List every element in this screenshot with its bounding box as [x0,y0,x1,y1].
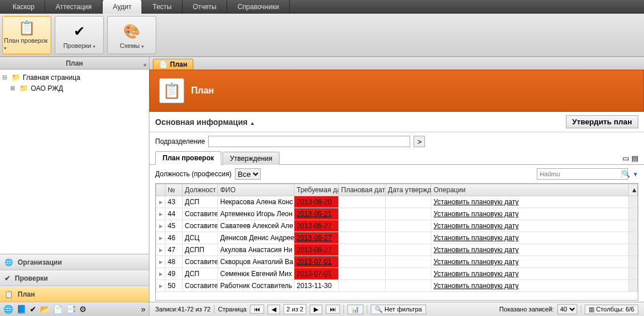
page-last-button[interactable]: ⏭ [326,305,340,314]
menu-item[interactable]: Каскор [2,0,45,14]
cell-operations: Установить плановую дату [431,208,629,220]
column-header[interactable]: ФИО [218,184,294,196]
toolbar-icon[interactable]: 📄 [53,305,63,314]
set-date-link[interactable]: Установить плановую дату [434,222,519,230]
tree-node[interactable]: ⊞ 📁 ОАО РЖД [2,83,147,94]
column-header[interactable]: Операции [431,184,629,196]
set-date-link[interactable]: Установить плановую дату [434,258,519,266]
row-expand-icon[interactable]: ▸ [156,196,165,208]
overflow-icon[interactable]: » [141,305,145,314]
cell-approve-date [386,232,431,244]
tree-expand-icon[interactable]: ⊟ [2,74,9,80]
row-expand-icon[interactable]: ▸ [156,256,165,268]
page-header: 📋 План [149,70,644,112]
table-row: ▸ 49 ДСП Семенюк Евгений Мих 2013-07-01 … [156,268,638,280]
search-input[interactable] [537,171,621,177]
toolbar-icon[interactable]: ⚙ [79,305,87,314]
column-header[interactable]: Дата утвержд [386,184,431,196]
scrollbar-track[interactable] [629,220,638,232]
collapse-up-icon: ▲ [250,120,255,126]
cell-approve-date [386,220,431,232]
page-prev-button[interactable]: ◀ [268,305,280,314]
sidebar-title: План « [0,57,149,70]
filter-dropdown-icon[interactable]: ▼ [633,171,638,177]
ribbon-button[interactable]: 📋 План проверок ▾ [2,16,51,54]
subtab-tools: ▭ ▤ [622,154,638,164]
scrollbar-track[interactable] [629,280,638,292]
columns-button[interactable]: ▥ Столбцы: 6/6 [585,305,638,314]
menu-item[interactable]: Аттестация [45,0,102,14]
panel-label: Проверки [15,274,48,282]
set-date-link[interactable]: Установить плановую дату [434,198,519,206]
subtabs: План проверокУтверждения ▭ ▤ [149,151,644,165]
approve-plan-button[interactable]: Утвердить план [566,115,638,128]
minimize-icon[interactable]: ▭ [622,154,629,163]
table-row: ▸ 48 Составите Скворцов Анатолий Ва 2013… [156,256,638,268]
row-expand-icon[interactable]: ▸ [156,232,165,244]
row-expand-icon[interactable]: ▸ [156,220,165,232]
tree-expand-icon[interactable]: ⊞ [10,85,17,91]
column-header[interactable]: Плановая дата [339,184,386,196]
subdivision-input[interactable] [208,136,410,147]
menu-item[interactable]: Тесты [142,0,182,14]
menu-item[interactable]: Справочники [227,0,290,14]
position-select[interactable]: Все [235,168,261,180]
sidebar-collapse-icon[interactable]: « [143,59,147,71]
menu-item[interactable]: Отчеты [183,0,227,14]
toolbar-icon[interactable]: ✔ [30,305,37,314]
cell-fio: Саватеев Алексей Але [218,220,294,232]
row-expand-icon[interactable]: ▸ [156,208,165,220]
section-title[interactable]: Основная информация ▲ [155,118,255,127]
cell-fio: Акулова Анастасия Ни [218,244,294,256]
cell-fio: Семенюк Евгений Мих [218,268,294,280]
column-header[interactable]: Требуемая да [294,184,339,196]
page-size-select[interactable]: 40 [557,304,577,314]
ribbon-button[interactable]: ✔ Проверки ▾ [55,16,104,54]
column-header[interactable]: № [165,184,183,196]
column-header[interactable]: Должност [183,184,218,196]
set-date-link[interactable]: Установить плановую дату [434,210,519,218]
row-expand-icon[interactable]: ▸ [156,280,165,292]
subtab[interactable]: Утверждения [222,152,280,165]
cell-num: 49 [165,268,183,280]
page-first-button[interactable]: ⏮ [250,305,264,314]
set-date-link[interactable]: Установить плановую дату [434,282,519,290]
row-expand-icon[interactable]: ▸ [156,268,165,280]
toolbar-icon[interactable]: 🌐 [3,305,13,314]
set-date-link[interactable]: Установить плановую дату [434,246,519,254]
scrollbar-track[interactable] [629,196,638,208]
no-filter-button[interactable]: 🔍 Нет фильтра [371,305,426,314]
menu-item[interactable]: Аудит [103,0,143,14]
sidebar-panel[interactable]: 📋План [0,286,149,302]
page-input[interactable] [283,304,306,314]
row-expand-icon[interactable]: ▸ [156,244,165,256]
cell-approve-date [386,208,431,220]
content-tab[interactable]: 📄 План [153,59,193,70]
subdivision-go-button[interactable]: > [414,136,425,147]
page-next-button[interactable]: ▶ [310,305,322,314]
scroll-up-icon[interactable]: ▲ [629,184,638,196]
cell-num: 48 [165,256,183,268]
scrollbar-track[interactable] [629,244,638,256]
scrollbar-track[interactable] [629,232,638,244]
tree-node[interactable]: ⊟ 📁 Главная страница [2,72,147,83]
toolbar-icon[interactable]: 📘 [17,305,26,314]
sidebar-panel[interactable]: ✔Проверки [0,270,149,286]
set-date-link[interactable]: Установить плановую дату [434,234,519,242]
ribbon-button[interactable]: 🎨 Схемы ▾ [107,16,156,54]
subtab[interactable]: План проверок [155,151,221,165]
scrollbar-track[interactable] [629,256,638,268]
sidebar-panel[interactable]: 🌐Организации [0,254,149,270]
set-date-link[interactable]: Установить плановую дату [434,270,519,278]
toolbar-icon[interactable]: 📑 [66,305,76,314]
cell-position: Составите [183,208,218,220]
scrollbar-track[interactable] [629,208,638,220]
scrollbar-track[interactable] [629,268,638,280]
cell-num: 45 [165,220,183,232]
search-icon[interactable]: 🔍 [621,170,630,178]
toolbar-icon[interactable]: 📂 [40,305,50,314]
export-excel-button[interactable]: 📊 [347,305,363,314]
content: 📄 План 📋 План Основная информация ▲ Утве… [149,57,644,316]
tile-icon[interactable]: ▤ [631,154,638,163]
tree: ⊟ 📁 Главная страница⊞ 📁 ОАО РЖД [0,70,149,254]
